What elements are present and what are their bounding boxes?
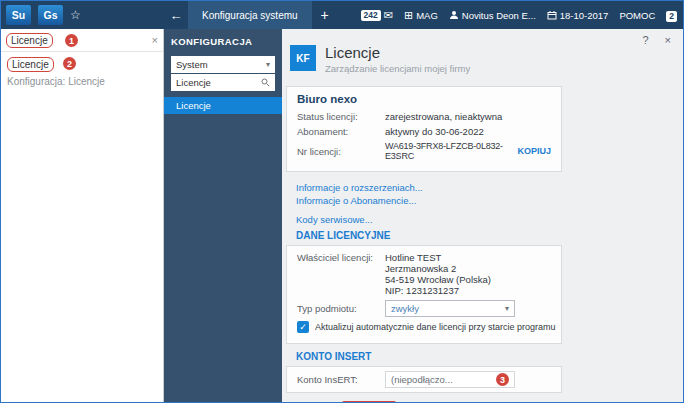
view-header: KF Licencje Zarządzanie licencjami mojej…: [282, 29, 683, 78]
envelope-icon: ✉: [384, 9, 393, 22]
service-codes-link[interactable]: Kody serwisowe...: [296, 213, 552, 226]
insert-account-field[interactable]: (niepodłączo... 3: [385, 371, 515, 388]
view-toolbar: ? ×: [642, 34, 671, 46]
license-status-row: Status licencji: zarejestrowana, nieakty…: [297, 111, 551, 122]
config-category-value: System: [176, 59, 208, 70]
search-sidebar: Licencje 1 × Licencje 2 Konfiguracja: Li…: [1, 29, 164, 403]
search-result-konfiguracja-licencje[interactable]: Konfiguracja: Licencje: [1, 74, 163, 89]
search-icon: [261, 78, 270, 87]
clear-search-icon[interactable]: ×: [152, 34, 158, 46]
annotation-step-2-badge: 2: [63, 57, 76, 70]
insert-account-value: (niepodłączo...: [391, 374, 453, 385]
auto-update-row: ✓ Aktualizuj automatycznie dane licencji…: [297, 321, 551, 333]
warehouse-label: MAG: [416, 10, 438, 21]
calendar-icon: [547, 10, 557, 20]
insert-account-heading: KONTO INSERT: [286, 351, 562, 366]
app-window: Su Gs ☆ ← Konfiguracja systemu + 242 ✉ ⊞…: [0, 0, 684, 403]
help-button[interactable]: ?: [642, 34, 648, 46]
config-item-licencje[interactable]: Licencje: [164, 97, 282, 114]
license-data-heading: DANE LICENCYJNE: [286, 230, 562, 245]
topbar: Su Gs ☆ ← Konfiguracja systemu + 242 ✉ ⊞…: [1, 1, 683, 29]
user-icon: [449, 10, 459, 20]
favorites-star-icon[interactable]: ☆: [70, 8, 81, 22]
insert-account-card: Konto InsERT: (niepodłączo... 3: [286, 366, 562, 393]
license-number-value: WA619-3FRX8-LFZCB-0L832-E3SRC: [385, 141, 510, 161]
subscription-label: Abonament:: [297, 126, 385, 137]
license-status-label: Status licencji:: [297, 111, 385, 122]
warehouse-icon: ⊞: [404, 9, 413, 22]
license-product-title: Biuro nexo: [297, 93, 551, 105]
work-date-selector[interactable]: 18-10-2017: [547, 10, 609, 21]
configuration-panel: KONFIGURACJA System ▾ Licencje Licencje: [164, 29, 282, 403]
config-category-select[interactable]: System ▾: [171, 56, 275, 73]
configuration-panel-title: KONFIGURACJA: [171, 36, 275, 47]
extensions-info-link[interactable]: Informacje o rozszerzeniach...: [296, 181, 552, 194]
chevron-down-icon: ▾: [266, 60, 270, 69]
page-title: Licencje: [325, 45, 470, 60]
search-value-highlight: Licencje: [6, 33, 53, 48]
subscription-row: Abonament: aktywny do 30-06-2022: [297, 126, 551, 137]
license-number-row: Nr licencji: WA619-3FRX8-LFZCB-0L832-E3S…: [297, 141, 551, 161]
license-owner-label: Właściciel licencji:: [297, 252, 385, 263]
subscription-info-link[interactable]: Informacje o Abonamencie...: [296, 194, 552, 207]
gestor-app-tile[interactable]: Gs: [38, 5, 63, 25]
subiekt-app-tile[interactable]: Su: [6, 5, 31, 25]
messages-button[interactable]: 242 ✉: [361, 9, 393, 22]
back-arrow-icon[interactable]: ←: [164, 1, 188, 29]
page-subtitle: Zarządzanie licencjami mojej firmy: [325, 63, 470, 74]
view-content: Biuro nexo Status licencji: zarejestrowa…: [286, 86, 562, 403]
entity-type-select[interactable]: zwykły ▾: [385, 300, 515, 317]
help-menu-label: POMOC: [619, 10, 655, 21]
tab-konfiguracja-systemu[interactable]: Konfiguracja systemu: [188, 1, 312, 29]
entity-type-value: zwykły: [391, 303, 419, 314]
user-name-label: Novitus Deon E...: [462, 10, 536, 21]
close-view-button[interactable]: ×: [665, 34, 671, 46]
subscription-value: aktywny do 30-06-2022: [385, 126, 484, 137]
topbar-status-area: 242 ✉ ⊞ MAG Novitus Deon E... 18-10-20: [361, 8, 683, 22]
insert-account-label: Konto InsERT:: [297, 374, 385, 385]
annotation-step-1-badge: 1: [65, 34, 78, 47]
auto-update-checkbox[interactable]: ✓: [297, 321, 309, 333]
license-number-label: Nr licencji:: [297, 146, 385, 157]
tab-strip: ← Konfiguracja systemu +: [164, 1, 338, 29]
annotation-step-3-badge: 3: [496, 373, 509, 386]
license-owner-value: Hotline TEST Jerzmanowska 2 54-519 Wrocł…: [385, 252, 491, 296]
entity-type-label: Typ podmiotu:: [297, 303, 385, 314]
view-title-block: Licencje Zarządzanie licencjami mojej fi…: [325, 45, 470, 74]
owner-street: Jerzmanowska 2: [385, 263, 491, 274]
owner-city: 54-519 Wrocław (Polska): [385, 274, 491, 285]
window-body: Licencje 1 × Licencje 2 Konfiguracja: Li…: [1, 29, 683, 403]
license-data-card: Właściciel licencji: Hotline TEST Jerzma…: [286, 245, 562, 344]
license-summary-card: Biuro nexo Status licencji: zarejestrowa…: [286, 86, 562, 172]
notification-count-badge[interactable]: 2: [666, 11, 677, 22]
info-links: Informacje o rozszerzeniach... Informacj…: [286, 179, 562, 230]
user-menu[interactable]: Novitus Deon E...: [449, 10, 536, 21]
help-menu[interactable]: POMOC: [619, 10, 655, 21]
license-owner-row: Właściciel licencji: Hotline TEST Jerzma…: [297, 252, 551, 296]
checkbox-checked-icon: ✓: [299, 322, 307, 332]
auto-update-label: Aktualizuj automatycznie dane licencji p…: [315, 322, 556, 332]
search-result-licencje[interactable]: Licencje 2: [1, 57, 163, 72]
result-licencje-highlight: Licencje: [7, 57, 54, 72]
config-search-input[interactable]: Licencje: [171, 74, 275, 91]
account-actions: ZAŁÓŻ PODŁĄCZ Moje konto: [286, 399, 562, 403]
copy-license-button[interactable]: KOPIUJ: [517, 146, 551, 156]
licencje-view: ? × KF Licencje Zarządzanie licencjami m…: [282, 29, 683, 403]
owner-name: Hotline TEST: [385, 252, 491, 263]
mail-count-badge: 242: [361, 10, 381, 21]
global-search-input[interactable]: Licencje 1 ×: [1, 29, 163, 52]
topbar-logos: Su Gs ☆: [1, 5, 164, 25]
config-search-value: Licencje: [176, 77, 211, 88]
warehouse-selector[interactable]: ⊞ MAG: [404, 9, 438, 22]
entity-type-row: Typ podmiotu: zwykły ▾: [297, 300, 551, 317]
search-results-list: Licencje 2 Konfiguracja: Licencje: [1, 52, 163, 89]
tab-label: Konfiguracja systemu: [202, 10, 298, 21]
work-date-label: 18-10-2017: [560, 10, 609, 21]
chevron-down-icon: ▾: [505, 304, 509, 313]
module-kf-badge: KF: [290, 45, 316, 71]
new-tab-button[interactable]: +: [312, 1, 338, 29]
license-status-value: zarejestrowana, nieaktywna: [385, 111, 502, 122]
owner-nip: NIP: 1231231237: [385, 285, 491, 296]
